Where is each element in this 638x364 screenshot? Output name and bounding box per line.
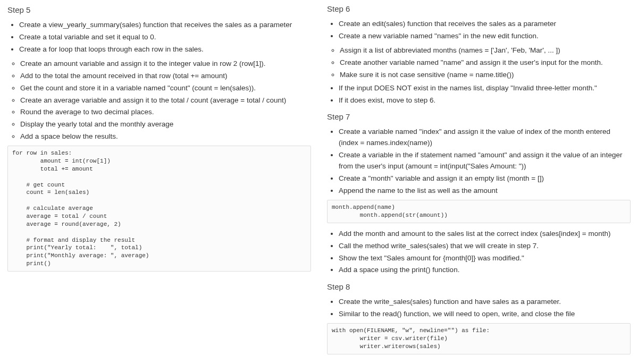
list-item: Create the write_sales(sales) function a… xyxy=(339,297,631,308)
list-item: Create a "month" variable and assign it … xyxy=(339,173,631,184)
list-item: Round the average to two decimal places. xyxy=(20,107,311,118)
step-5-list: Create a view_yearly_summary(sales) func… xyxy=(7,20,311,55)
list-item: If it does exist, move to step 6. xyxy=(339,95,631,106)
list-item: Add a space below the results. xyxy=(20,131,311,142)
list-item: Make sure it is not case sensitive (name… xyxy=(340,70,631,81)
list-item: If the input DOES NOT exist in the names… xyxy=(339,83,631,94)
step-6-sublist: Assign it a list of abbreviated months (… xyxy=(327,45,631,81)
list-item: Create another variable named "name" and… xyxy=(340,57,631,69)
list-item: Create a for loop that loops through eac… xyxy=(19,44,311,55)
step-6-list-b: If the input DOES NOT exist in the names… xyxy=(327,83,631,106)
list-item: Create a variable named "index" and assi… xyxy=(339,126,631,149)
list-item: Get the count and store it in a variable… xyxy=(20,83,311,94)
step-7-title: Step 7 xyxy=(327,112,631,121)
list-item: Add a space using the print() function. xyxy=(339,265,631,276)
list-item: Similar to the read() function, we will … xyxy=(339,309,631,320)
list-item: Call the method write_sales(sales) that … xyxy=(339,241,631,252)
step-6-title: Step 6 xyxy=(327,4,631,13)
step-5-sublist: Create an amount variable and assign it … xyxy=(7,58,311,142)
list-item: Create an amount variable and assign it … xyxy=(20,58,311,70)
list-item: Create a variable in the if statement na… xyxy=(339,150,631,172)
step-7-list-b: Add the month and amount to the sales li… xyxy=(327,228,631,276)
list-item: Create a view_yearly_summary(sales) func… xyxy=(19,20,311,31)
step-5: Step 5 Create a view_yearly_summary(sale… xyxy=(7,5,311,272)
step-6: Step 6 Create an edit(sales) function th… xyxy=(327,4,631,106)
content-columns: Step 5 Create a view_yearly_summary(sale… xyxy=(7,4,631,355)
step-5-title: Step 5 xyxy=(7,5,311,14)
list-item: Create an edit(sales) function that rece… xyxy=(339,19,631,30)
step-8: Step 8 Create the write_sales(sales) fun… xyxy=(327,282,631,354)
step-8-title: Step 8 xyxy=(327,282,631,291)
list-item: Append the name to the list as well as t… xyxy=(339,185,631,197)
step-7-list-a: Create a variable named "index" and assi… xyxy=(327,126,631,197)
step-7-code: month.append(name) month.append(str(amou… xyxy=(327,200,631,223)
list-item: Create a total variable and set it equal… xyxy=(19,32,311,43)
step-6-list: Create an edit(sales) function that rece… xyxy=(327,19,631,42)
list-item: Display the yearly total and the monthly… xyxy=(20,119,311,130)
list-item: Assign it a list of abbreviated months (… xyxy=(340,45,631,56)
list-item: Create an average variable and assign it… xyxy=(20,95,311,106)
step-8-code: with open(FILENAME, "w", newline="") as … xyxy=(327,323,631,354)
list-item: Create a new variable named "names" in t… xyxy=(339,31,631,42)
step-7: Step 7 Create a variable named "index" a… xyxy=(327,112,631,276)
list-item: Add the month and amount to the sales li… xyxy=(339,228,631,240)
list-item: Show the text "Sales amount for {month[0… xyxy=(339,253,631,264)
step-8-list: Create the write_sales(sales) function a… xyxy=(327,297,631,320)
list-item: Add to the total the amount received in … xyxy=(20,71,311,82)
step-5-code: for row in sales: amount = int(row[1]) t… xyxy=(7,146,311,272)
